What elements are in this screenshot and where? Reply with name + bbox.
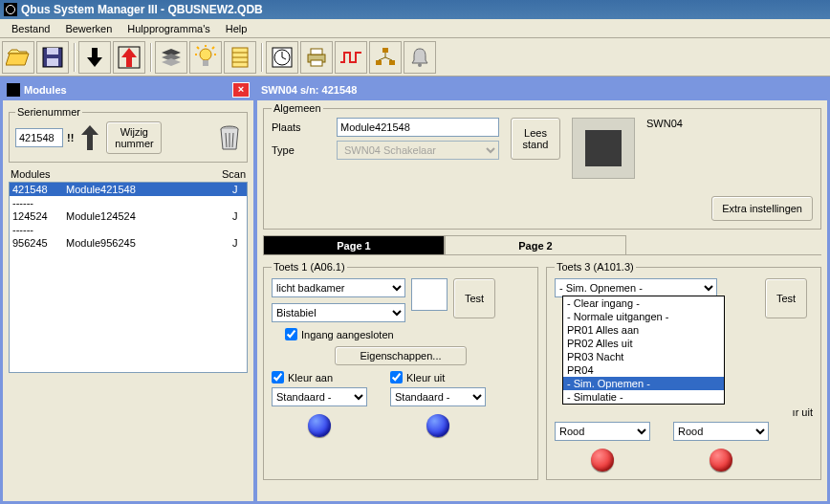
menu-bestand[interactable]: Bestand <box>4 21 57 36</box>
app-icon <box>7 83 20 97</box>
tabs: Page 1 Page 2 <box>263 235 821 254</box>
toets1-eigenschappen-button[interactable]: Eigenschappen... <box>335 346 467 365</box>
toets3-fieldset: Toets 3 (A101.3) - Sim. Opnemen - - Clea… <box>546 261 821 480</box>
toolbar-table[interactable] <box>224 41 256 74</box>
toolbar-network[interactable] <box>369 41 402 74</box>
table-row[interactable]: 124524Module124524J <box>10 209 247 223</box>
toolbar-separator <box>74 43 76 72</box>
modules-header: Modules Scan <box>9 168 248 182</box>
dropdown-option[interactable]: PR03 Nacht <box>563 350 724 363</box>
toets1-kleur-uit-checkbox[interactable]: Kleur uit <box>390 371 486 383</box>
dropdown-option[interactable]: - Clear ingang - <box>563 296 724 310</box>
algemeen-legend: Algemeen <box>272 102 323 114</box>
module-name-label: SWN04 <box>646 118 683 129</box>
window-title: Qbus System Manager III - QBUSNEW2.QDB <box>21 3 263 16</box>
toets1-fieldset: Toets 1 (A06.1) licht badkamer Bistabiel… <box>263 261 538 480</box>
serienummer-legend: Serienummer <box>15 106 82 118</box>
modules-panel-body: Serienummer !! Wijzig nummer Modules Sca… <box>3 100 253 501</box>
svg-rect-13 <box>311 49 322 55</box>
arrow-up-red-icon <box>117 45 142 70</box>
toets3-color-uit-indicator <box>710 449 732 471</box>
menu-help[interactable]: Help <box>218 21 255 36</box>
type-label: Type <box>272 144 329 156</box>
main-area: Modules × Serienummer !! Wijzig nummer <box>0 77 830 504</box>
table-row[interactable]: 956245Module956245J <box>10 236 247 250</box>
detail-panel-titlebar: SWN04 s/n: 421548 <box>257 79 827 100</box>
toets3-test-button[interactable]: Test <box>765 278 807 318</box>
header-scan: Scan <box>222 168 246 180</box>
menu-bewerken[interactable]: Bewerken <box>57 21 120 36</box>
plaats-label: Plaats <box>272 121 329 133</box>
tab-page1[interactable]: Page 1 <box>263 235 445 254</box>
svg-point-18 <box>418 63 422 67</box>
trash-icon <box>218 124 241 151</box>
table-row[interactable]: 421548Module421548J <box>10 183 247 196</box>
modules-list[interactable]: 421548Module421548J------124524Module124… <box>9 182 248 373</box>
toets1-select-mode[interactable]: Bistabiel <box>272 303 405 322</box>
toets1-ingang-checkbox[interactable]: Ingang aangesloten <box>285 328 394 340</box>
toets1-kleur-uit-select[interactable]: Standaard - <box>390 387 486 406</box>
toets1-test-button[interactable]: Test <box>453 278 495 318</box>
serienummer-input[interactable] <box>15 128 63 147</box>
dropdown-option[interactable]: - Normale uitgangen - <box>563 310 724 323</box>
toolbar-download[interactable] <box>78 41 111 74</box>
toolbar-bulb[interactable] <box>189 41 222 74</box>
square-wave-icon <box>339 45 363 70</box>
serienummer-arrow-up[interactable] <box>77 121 102 154</box>
header-modules: Modules <box>11 168 51 180</box>
toets1-select-output[interactable]: licht badkamer <box>272 278 405 297</box>
toolbar-layers[interactable] <box>155 41 187 74</box>
trash-button[interactable] <box>218 124 241 151</box>
toolbar-printer[interactable] <box>300 41 333 74</box>
lees-stand-button[interactable]: Lees stand <box>511 118 560 160</box>
toets1-kleur-aan-select[interactable]: Standaard - <box>272 387 367 406</box>
toolbar-save[interactable] <box>36 41 69 74</box>
dropdown-option[interactable]: PR02 Alles uit <box>563 337 724 350</box>
tab-content: Toets 1 (A06.1) licht badkamer Bistabiel… <box>263 254 821 486</box>
toolbar-wave[interactable] <box>335 41 367 74</box>
bell-icon <box>407 45 432 70</box>
network-icon <box>373 45 398 70</box>
toets3-color-aan-indicator <box>591 449 614 471</box>
detail-panel-title: SWN04 s/n: 421548 <box>261 84 357 96</box>
extra-instellingen-button[interactable]: Extra instellingen <box>711 196 813 221</box>
modules-panel-title: Modules <box>24 84 67 96</box>
toets3-kleur-uit-select[interactable]: Rood <box>673 422 769 441</box>
toets1-small-input[interactable] <box>411 278 448 311</box>
tab-page2[interactable]: Page 2 <box>445 235 626 254</box>
detail-panel-body: Algemeen Plaats Type SWN04 Schakelaar Le… <box>257 100 827 501</box>
toets1-color-uit-indicator <box>426 414 449 437</box>
dropdown-option[interactable]: - Sim. Opnemen - <box>563 377 724 390</box>
toolbar-open[interactable] <box>2 41 34 74</box>
svg-rect-1 <box>47 48 58 55</box>
serienummer-excl: !! <box>67 132 74 143</box>
dropdown-option[interactable]: PR04 <box>563 363 724 377</box>
toolbar-upload[interactable] <box>113 41 145 74</box>
arrow-down-icon <box>82 45 107 70</box>
toets3-legend: Toets 3 (A101.3) <box>555 261 636 273</box>
toets3-dropdown-list[interactable]: - Clear ingang -- Normale uitgangen -PR0… <box>562 296 725 405</box>
toets1-kleur-aan-checkbox[interactable]: Kleur aan <box>272 371 367 383</box>
table-row: ------ <box>10 196 247 209</box>
toolbar <box>0 38 830 77</box>
toets3-select-output[interactable]: - Sim. Opnemen - <box>555 278 717 297</box>
printer-icon <box>304 45 329 70</box>
table-icon <box>228 45 252 70</box>
lightbulb-icon <box>193 45 218 70</box>
svg-rect-5 <box>203 60 208 66</box>
dropdown-option[interactable]: PR01 Alles aan <box>563 323 724 337</box>
svg-rect-2 <box>47 58 58 66</box>
plaats-input[interactable] <box>337 118 499 137</box>
toets3-kleur-uit-partial: ır uit <box>793 406 813 418</box>
module-image <box>572 118 635 179</box>
floppy-icon <box>40 45 65 70</box>
toolbar-bell[interactable] <box>404 41 436 74</box>
svg-point-4 <box>200 49 211 60</box>
detail-panel: SWN04 s/n: 421548 Algemeen Plaats Type S… <box>256 78 828 502</box>
toets3-kleur-aan-select[interactable]: Rood <box>555 422 650 441</box>
toolbar-clock[interactable] <box>266 41 298 74</box>
modules-close-button[interactable]: × <box>232 82 250 98</box>
menu-hulpprogrammas[interactable]: Hulpprogramma's <box>120 21 217 36</box>
wijzig-nummer-button[interactable]: Wijzig nummer <box>106 121 162 154</box>
dropdown-option[interactable]: - Simulatie - <box>563 390 724 404</box>
